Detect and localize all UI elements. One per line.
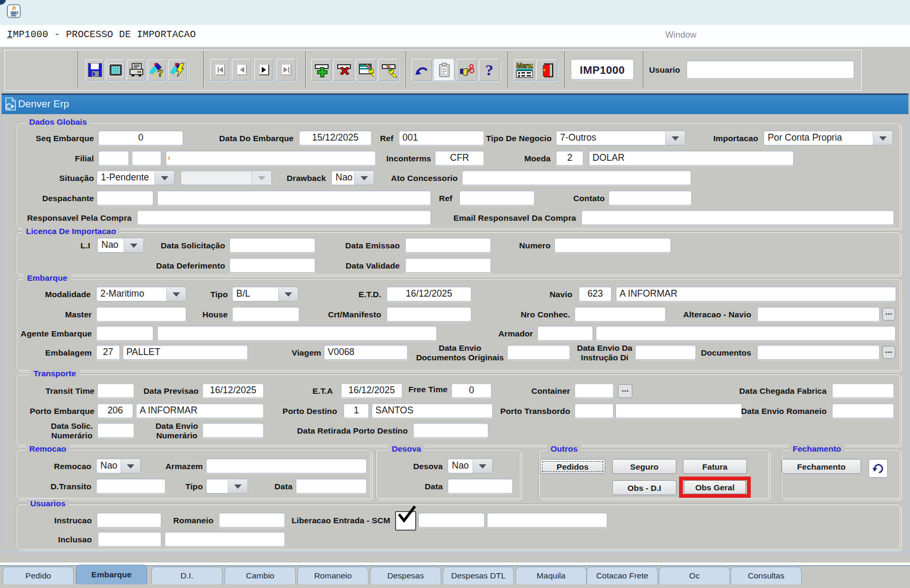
svg-text:Menu: Menu [517,62,534,70]
svg-text:?: ? [485,62,493,78]
